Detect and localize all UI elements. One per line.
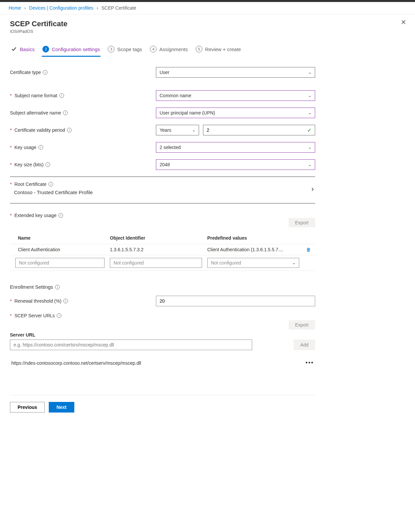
eku-table: Name Object Identifier Predefined values… xyxy=(10,232,315,271)
root-certificate-picker[interactable]: *Root Certificate i Contoso - Trusted Ce… xyxy=(10,181,315,197)
step-number-icon: 2 xyxy=(42,46,49,52)
label-renewal-threshold: * Renewal threshold (%) i xyxy=(10,298,156,304)
delete-icon[interactable]: 🗑 xyxy=(302,244,315,255)
eku-header-name: Name xyxy=(10,232,107,244)
breadcrumb: Home › Devices | Configuration profiles … xyxy=(0,2,415,13)
chevron-down-icon: ⌄ xyxy=(308,93,311,98)
validity-value-input[interactable] xyxy=(207,125,307,135)
label-key-size: * Key size (bits) i xyxy=(10,162,156,167)
info-icon[interactable]: i xyxy=(59,93,64,98)
key-usage-select[interactable]: 2 selected ⌄ xyxy=(156,142,315,153)
breadcrumb-home[interactable]: Home xyxy=(9,5,21,11)
eku-row-predefined: Client Authentication (1.3.6.1.5.5.7.... xyxy=(205,244,302,255)
chevron-down-icon: ⌄ xyxy=(308,162,311,167)
chevron-down-icon: ⌄ xyxy=(192,128,195,132)
label-subject-name-format: * Subject name format i xyxy=(10,93,156,98)
eku-predefined-select[interactable]: Not configured ⌄ xyxy=(207,258,299,268)
chevron-down-icon: ⌄ xyxy=(292,261,296,265)
validity-unit-select[interactable]: Years ⌄ xyxy=(156,125,199,135)
check-icon: ✓ xyxy=(307,127,311,133)
info-icon[interactable]: i xyxy=(63,111,68,115)
step-number-icon: 3 xyxy=(108,46,114,52)
tab-basics[interactable]: Basics xyxy=(10,44,35,57)
add-url-button[interactable]: Add xyxy=(294,340,315,350)
breadcrumb-devices[interactable]: Devices | Configuration profiles xyxy=(29,5,94,11)
tab-configuration-settings[interactable]: 2 Configuration settings xyxy=(42,44,101,57)
step-number-icon: 4 xyxy=(150,46,157,52)
info-icon[interactable]: i xyxy=(43,70,47,75)
info-icon[interactable]: i xyxy=(55,285,60,289)
wizard-tabs: Basics 2 Configuration settings 3 Scope … xyxy=(10,44,406,57)
previous-button[interactable]: Previous xyxy=(10,402,45,413)
label-subject-alternative-name: Subject alternative name i xyxy=(10,110,156,115)
info-icon[interactable]: i xyxy=(67,128,72,132)
eku-name-input[interactable]: Not configured xyxy=(15,258,104,268)
info-icon[interactable]: i xyxy=(57,313,61,318)
tab-review-create[interactable]: 5 Review + create xyxy=(195,44,242,57)
subject-name-format-select[interactable]: Common name ⌄ xyxy=(156,90,315,101)
eku-row-name: Client Authentication xyxy=(10,244,107,255)
info-icon[interactable]: i xyxy=(38,145,43,150)
info-icon[interactable]: i xyxy=(58,213,63,218)
chevron-down-icon: ⌄ xyxy=(308,145,311,150)
eku-oid-input[interactable]: Not configured xyxy=(110,258,202,268)
next-button[interactable]: Next xyxy=(49,402,74,413)
server-url-input[interactable] xyxy=(14,340,248,350)
check-icon xyxy=(11,46,17,52)
label-scep-server-urls: * SCEP Server URLs i xyxy=(10,313,156,318)
server-url-item: https://ndes-contosocorp.contoso.net/cer… xyxy=(10,357,315,368)
page-subtitle: iOS/iPadOS xyxy=(10,29,406,34)
renewal-threshold-input[interactable] xyxy=(160,296,311,306)
chevron-right-icon: › xyxy=(24,5,26,11)
enrollment-settings-heading: Enrollment Settings i xyxy=(10,284,315,290)
info-icon[interactable]: i xyxy=(48,182,53,187)
export-urls-button[interactable]: Export xyxy=(289,320,315,330)
tab-scope-tags[interactable]: 3 Scope tags xyxy=(107,44,143,57)
label-certificate-type: Certificate type i xyxy=(10,70,156,75)
label-extended-key-usage: * Extended key usage i xyxy=(10,213,315,218)
info-icon[interactable]: i xyxy=(63,299,68,303)
info-icon[interactable]: i xyxy=(45,162,50,167)
eku-header-oid: Object Identifier xyxy=(107,232,204,244)
tab-assignments[interactable]: 4 Assignments xyxy=(149,44,188,57)
page-title: SCEP Certificate xyxy=(10,20,406,28)
chevron-right-icon: › xyxy=(97,5,98,11)
breadcrumb-current: SCEP Certificate xyxy=(102,5,136,11)
export-eku-button[interactable]: Export xyxy=(289,218,315,227)
step-number-icon: 5 xyxy=(196,46,202,52)
more-icon[interactable]: ••• xyxy=(306,359,314,366)
root-certificate-value: Contoso - Trusted Certificate Profile xyxy=(10,190,315,195)
key-size-select[interactable]: 2048 ⌄ xyxy=(156,159,315,170)
eku-row-oid: 1.3.6.1.5.5.7.3.2 xyxy=(107,244,204,255)
label-server-url: Server URL xyxy=(10,332,252,338)
certificate-type-select[interactable]: User ⌄ xyxy=(156,67,315,78)
chevron-down-icon: ⌄ xyxy=(308,70,311,75)
chevron-down-icon: ⌄ xyxy=(308,111,311,115)
close-icon[interactable]: ✕ xyxy=(401,18,406,26)
eku-header-predefined: Predefined values xyxy=(205,232,302,244)
chevron-right-icon[interactable]: › xyxy=(311,185,314,193)
label-certificate-validity-period: * Certificate validity period i xyxy=(10,127,156,133)
label-key-usage: * Key usage i xyxy=(10,145,156,150)
subject-alternative-name-select[interactable]: User principal name (UPN) ⌄ xyxy=(156,108,315,118)
